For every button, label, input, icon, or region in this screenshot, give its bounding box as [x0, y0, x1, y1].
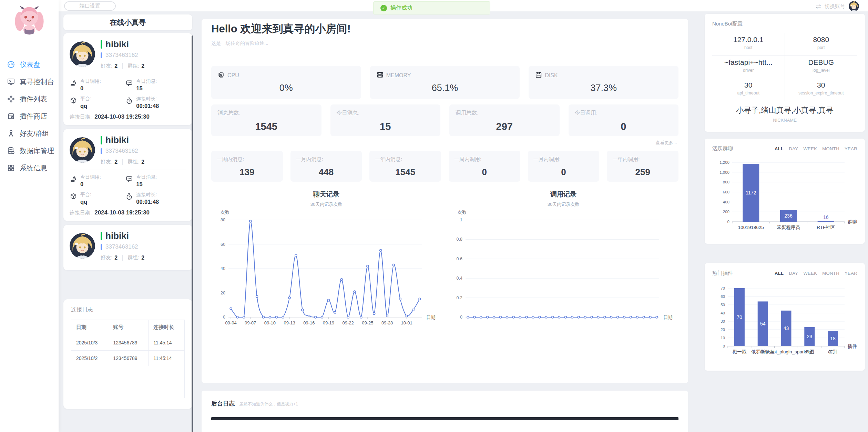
svg-text:54: 54	[760, 321, 766, 326]
sidebar-item-0[interactable]: 仪表盘	[0, 56, 59, 73]
connection-date-value: 2024-10-03 19:25:30	[94, 209, 150, 216]
sys-stat-value: 37.3%	[535, 83, 672, 93]
switch-account-button[interactable]: ⇌ 切换账号	[816, 0, 859, 12]
bot-account: 3373463162	[105, 148, 138, 154]
active-groups-card: 活跃群聊 ALLDAYWEEKMONTHYEAR 02004006008001,…	[705, 139, 865, 244]
config-field-host: 127.0.0.1host	[712, 33, 785, 56]
svg-text:笨蛋程序员: 笨蛋程序员	[777, 225, 800, 230]
svg-text:43: 43	[784, 325, 789, 331]
tab-all[interactable]: ALL	[775, 271, 784, 276]
nonebot-config-card: NoneBot配置 127.0.0.1host8080port~fastapi+…	[705, 14, 865, 132]
sidebar-item-2[interactable]: 插件列表	[0, 90, 59, 108]
log-table-cell: 123456789	[108, 335, 149, 351]
period-stat-card: 一年内消息:1545	[369, 151, 441, 182]
active-groups-tabs: ALLDAYWEEKMONTHYEAR	[769, 146, 857, 151]
tab-all[interactable]: ALL	[775, 146, 784, 151]
sidebar-item-5[interactable]: 数据库管理	[0, 142, 59, 159]
bot-card-header: hibiki3373463162好友:2群组:2	[70, 231, 186, 261]
tab-month[interactable]: MONTH	[822, 271, 839, 276]
hot-plugins-card: 热门插件 ALLDAYWEEKMONTHYEAR 010203040506070…	[705, 263, 865, 371]
swap-icon: ⇌	[816, 2, 821, 10]
svg-text:70: 70	[721, 286, 725, 290]
svg-text:09-10: 09-10	[264, 320, 276, 325]
svg-text:10-01: 10-01	[401, 320, 412, 325]
see-more-link[interactable]: 查看更多...	[211, 140, 678, 146]
sidebar-item-6[interactable]: 系统信息	[0, 159, 59, 177]
svg-text:0: 0	[723, 344, 725, 348]
period-stat-value: 0	[533, 167, 594, 178]
sidebar-item-1[interactable]: 真寻控制台	[0, 73, 59, 90]
config-field-driver: ~fastapi+~htt...driver	[712, 56, 785, 78]
sidebar-item-4[interactable]: 好友/群组	[0, 125, 59, 142]
tab-day[interactable]: DAY	[789, 146, 798, 151]
total-stat-label: 今日消息:	[337, 109, 435, 117]
config-field-port: 8080port	[785, 33, 858, 56]
system-icon	[7, 164, 15, 172]
col2-scrollbar[interactable]	[192, 36, 193, 432]
total-stat-label: 调用总数:	[456, 109, 553, 117]
connection-duration-value: 00:01:48	[136, 103, 159, 109]
svg-text:09-16: 09-16	[303, 320, 315, 325]
sidebar-item-label: 仪表盘	[20, 60, 40, 69]
account-bar	[101, 244, 102, 250]
config-field-api_timeout: 30api_timeout	[712, 78, 785, 101]
log-table-cell: 2025/10/2	[71, 351, 108, 366]
sys-stat-label: CPU	[227, 72, 239, 79]
svg-text:09-25: 09-25	[362, 320, 373, 325]
today-calls-stat: 今日调用:0	[70, 78, 125, 92]
sys-stat-label: MEMORY	[386, 72, 411, 79]
chat-records-chart: 聊天记录 30天内记录次数 020406080次数日期09-0409-0709-…	[211, 190, 441, 332]
friends-count: 2	[114, 63, 118, 69]
connection-log-title: 连接日志	[71, 306, 185, 313]
total-stat-value: 297	[456, 121, 553, 132]
period-stat-value: 139	[217, 167, 277, 178]
port-settings-button[interactable]: 端口设置	[64, 1, 116, 11]
log-column-header: 连接时长	[149, 320, 184, 335]
divider	[122, 63, 123, 69]
platform-value: qq	[80, 103, 91, 109]
svg-text:40: 40	[221, 266, 225, 271]
svg-text:09-07: 09-07	[245, 320, 256, 325]
platform-label: 平台:	[80, 192, 91, 198]
tab-month[interactable]: MONTH	[822, 146, 839, 151]
config-label: session_expire_timeout	[785, 91, 858, 96]
today-calls-label: 今日调用:	[80, 174, 101, 180]
svg-text:60: 60	[221, 242, 225, 247]
sidebar-item-3[interactable]: 插件商店	[0, 108, 59, 125]
nonebot-config-grid: 127.0.0.1host8080port~fastapi+~htt...dri…	[712, 33, 857, 101]
return-icon	[70, 79, 77, 87]
bot-name: hibiki	[105, 135, 129, 145]
plugins-icon	[7, 95, 15, 103]
bot-card-header: hibiki3373463162好友:2群组:2	[70, 135, 186, 165]
config-value: 8080	[785, 36, 858, 44]
dashboard-page: 仪表盘真寻控制台插件列表插件商店好友/群组数据库管理系统信息 端口设置 ✓ 操作…	[0, 0, 868, 432]
tab-year[interactable]: YEAR	[845, 146, 857, 151]
friends-label: 好友:	[101, 159, 112, 165]
tab-week[interactable]: WEEK	[803, 271, 817, 276]
svg-text:80: 80	[221, 218, 225, 222]
tab-day[interactable]: DAY	[789, 271, 798, 276]
chat-chart-title: 聊天记录	[211, 190, 441, 199]
config-field-log_level: DEBUGlog_level	[785, 56, 858, 78]
tab-year[interactable]: YEAR	[845, 271, 857, 276]
today-messages-value: 15	[136, 181, 157, 188]
totals-row: 消息总数:1545今日消息:15调用总数:297今日调用:0	[211, 104, 678, 136]
sidebar-item-label: 插件列表	[20, 94, 47, 104]
period-stat-value: 1545	[375, 167, 436, 178]
bot-account: 3373463162	[105, 243, 138, 250]
sys-stat-value: 65.1%	[376, 83, 514, 93]
sidebar-nav: 仪表盘真寻控制台插件列表插件商店好友/群组数据库管理系统信息	[0, 56, 59, 177]
call-chart-canvas: 00.20.40.60.81次数日期	[448, 208, 676, 332]
config-label: driver	[712, 68, 785, 73]
today-calls-value: 0	[80, 181, 101, 188]
bot-card-header: hibiki3373463162好友:2群组:2	[70, 39, 186, 69]
bot-avatar-image	[70, 41, 95, 67]
user-avatar[interactable]	[849, 1, 859, 11]
bot-avatar	[70, 41, 95, 67]
account-bar	[101, 148, 102, 154]
tab-week[interactable]: WEEK	[803, 146, 817, 151]
sidebar-item-label: 系统信息	[20, 163, 47, 173]
hot-plugins-tabs: ALLDAYWEEKMONTHYEAR	[769, 271, 857, 276]
platform-stat: 平台:qq	[70, 96, 125, 109]
page-title: Hello 欢迎来到真寻的小房间!	[211, 22, 678, 36]
